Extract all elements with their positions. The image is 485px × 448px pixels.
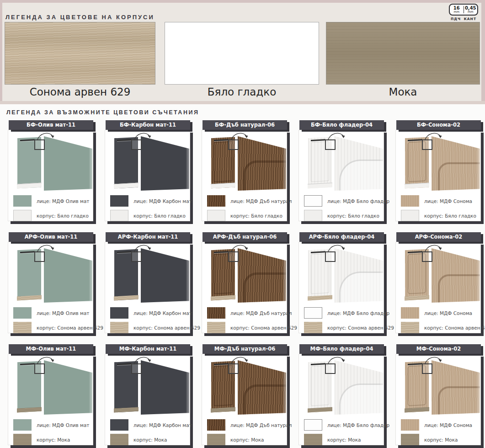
face-legend-row: лице: МДФ Олив мат	[13, 195, 89, 207]
face-legend-row: лице: МДФ Олив мат	[13, 307, 89, 319]
swatch-mocha	[326, 22, 480, 85]
face-legend-row: лице: МДФ Дъб натурал	[207, 419, 292, 431]
face-legend-row: лице: МДФ Сонома	[401, 307, 472, 319]
zoom-arrow-icon	[133, 355, 153, 366]
corpus-legend-title: ЛЕГЕНДА ЗА ЦВЕТОВЕ НА КОРПУСИ	[5, 14, 155, 21]
face-color-chip	[401, 419, 419, 431]
card-title: АРФ-Сонома-02	[396, 232, 481, 242]
zoom-arrow-icon	[133, 131, 153, 142]
door-zoom-view	[141, 358, 189, 415]
corpus-legend-row: корпус: Сонома арвен 629	[304, 322, 394, 333]
door-zoom-view	[432, 134, 480, 191]
face-color-chip	[110, 419, 128, 431]
door-corpus-strip	[211, 407, 235, 413]
board-thickness: 16 mm	[450, 5, 464, 14]
face-label: лице: МДФ Дъб натурал	[230, 422, 292, 428]
door-handle	[20, 251, 35, 253]
face-legend-row: лице: МДФ Бяло фладер	[304, 419, 389, 431]
door-handle	[20, 139, 35, 141]
combination-card: БФ-Дъб натурал-06 лице: МДФ	[202, 120, 287, 221]
corpus-legend-row: корпус: Бяло гладко	[401, 210, 476, 221]
face-label: лице: МДФ Карбон мат	[133, 310, 192, 316]
door-corpus-strip	[405, 183, 429, 189]
door-handle	[311, 139, 325, 141]
face-legend-row: лице: МДФ Олив мат	[13, 419, 89, 431]
face-legend-row: лице: МДФ Карбон мат	[110, 307, 192, 319]
zoom-arrow-icon	[133, 243, 153, 254]
face-color-chip	[13, 307, 32, 319]
corpus-color-chip	[110, 322, 128, 333]
board-thickness-unit: mm	[450, 11, 464, 14]
zoom-arrow-icon	[36, 355, 56, 366]
zoom-arrow-icon	[36, 243, 56, 254]
door-illustration	[396, 130, 480, 194]
face-legend-row: лице: МДФ Сонома	[401, 419, 472, 431]
door-illustration	[105, 354, 190, 418]
corpus-label: корпус: Сонома арвен 629	[424, 325, 485, 331]
door-illustration	[202, 354, 287, 418]
card-title: АРФ-Бяло фладер-04	[299, 232, 384, 242]
face-legend-row: лице: МДФ Бяло фладер	[304, 195, 389, 207]
card-body: лице: МДФ Сонома корпус: Мока	[395, 354, 481, 445]
door-corpus-strip	[114, 183, 139, 189]
face-label: лице: МДФ Олив мат	[37, 198, 89, 204]
face-color-chip	[13, 419, 32, 431]
door-illustration	[299, 130, 384, 194]
door-zoom-view	[141, 246, 189, 303]
door-zoom-view	[44, 246, 92, 303]
face-color-chip	[304, 307, 322, 319]
door-zoom-view	[238, 134, 286, 191]
door-illustration	[396, 242, 480, 306]
card-title: АРФ-Карбон мат-11	[106, 232, 190, 242]
corpus-label: корпус: Бяло гладко	[424, 213, 476, 219]
zoom-arrow-icon	[423, 131, 443, 142]
door-handle	[408, 251, 422, 253]
card-title: БФ-Карбон мат-11	[106, 120, 190, 130]
card-title: МФ-Сонома-02	[396, 344, 481, 354]
corpus-label: корпус: Сонома арвен 629	[327, 325, 394, 331]
door-handle	[408, 363, 422, 365]
corpus-color-chip	[401, 210, 419, 221]
corpus-color-chip	[110, 210, 128, 221]
card-body: лице: МДФ Карбон мат корпус: Сонома арве…	[105, 242, 190, 333]
corpus-label: корпус: Бяло гладко	[37, 213, 89, 219]
corpus-label: корпус: Мока	[327, 437, 361, 443]
face-label: лице: МДФ Дъб натурал	[230, 310, 292, 316]
card-body: лице: МДФ Дъб натурал корпус: Мока	[202, 354, 287, 445]
face-color-chip	[13, 195, 32, 207]
corpus-color-chip	[304, 210, 322, 221]
corpus-label: корпус: Бяло гладко	[133, 213, 186, 219]
card-body: лице: МДФ Карбон мат корпус: Мока	[105, 354, 190, 445]
card-body: лице: МДФ Дъб натурал корпус: Бяло гладк…	[202, 130, 287, 221]
corpus-legend-row: корпус: Бяло гладко	[304, 210, 379, 221]
corpus-color-chip	[304, 322, 322, 333]
door-illustration	[8, 354, 93, 418]
door-zoom-view	[432, 246, 480, 303]
door-illustration	[396, 354, 480, 418]
door-zoom-view	[335, 358, 383, 415]
corpus-label: корпус: Бяло гладко	[327, 213, 379, 219]
card-body: лице: МДФ Бяло фладер корпус: Мока	[298, 354, 384, 445]
card-title: МФ-Бяло фладер-04	[299, 344, 384, 354]
combination-card: БФ-Карбон мат-11 лице: МДФ К	[105, 120, 190, 221]
corpus-legend-row: корпус: Сонома арвен 629	[401, 322, 485, 333]
edge-label: КАНТ	[464, 17, 476, 21]
door-handle	[20, 363, 35, 365]
corpus-label: корпус: Сонома арвен 629	[230, 325, 297, 331]
door-zoom-view	[44, 358, 92, 415]
door-corpus-strip	[114, 295, 139, 301]
face-label: лице: МДФ Бяло фладер	[327, 198, 389, 204]
door-illustration	[202, 242, 287, 306]
corpus-label: корпус: Мока	[230, 437, 264, 443]
combination-card: МФ-Карбон мат-11 лице: МДФ К	[105, 344, 190, 445]
corpus-color-chip	[13, 210, 32, 221]
face-legend-row: лице: МДФ Бяло фладер	[304, 307, 389, 319]
swatch-label-mocha: Мока	[326, 86, 480, 98]
corpus-legend-row: корпус: Сонома арвен 629	[13, 322, 103, 333]
corpus-color-chip	[401, 322, 419, 333]
corpus-label: корпус: Мока	[37, 437, 70, 443]
corpus-color-chip	[304, 434, 322, 445]
combination-card: БФ-Бяло фладер-04 лице: МДФ	[298, 120, 384, 221]
edge-thickness-unit: mm	[464, 11, 478, 14]
combination-grid: БФ-Олив мат-11 лице: МДФ Оли	[0, 120, 485, 445]
